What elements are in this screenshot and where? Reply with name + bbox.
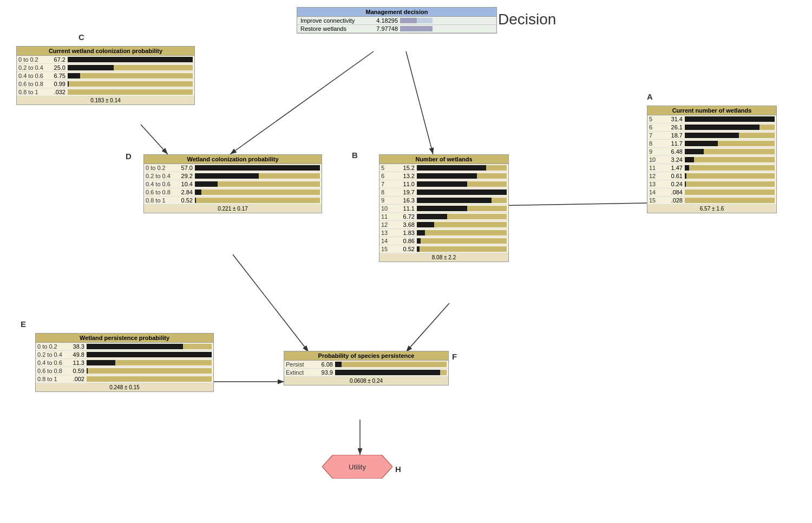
node-d-row-0: 0 to 0.2 57.0 (144, 164, 322, 172)
node-c-box: Current wetland colonization probability… (16, 46, 195, 105)
decision-bar-fill-1 (400, 18, 417, 23)
decision-row-value-1: 4.18295 (371, 17, 398, 24)
node-a-label: A (647, 92, 653, 101)
node-b-header: Number of wetlands (379, 155, 508, 164)
node-c-row-0: 0 to 0.2 67.2 (17, 56, 194, 64)
node-c-row-1: 0.2 to 0.4 25.0 (17, 64, 194, 72)
node-b-box: Number of wetlands 5 15.2 6 13.2 7 11.0 … (379, 154, 509, 262)
node-b-footer: 8.08 ± 2.2 (379, 253, 508, 262)
node-c-row-2: 0.4 to 0.6 6.75 (17, 72, 194, 80)
node-f-footer: 0.0608 ± 0.24 (284, 377, 448, 385)
decision-bar-1 (400, 18, 433, 23)
node-b-label: B (352, 151, 358, 160)
node-d-label: D (126, 152, 132, 161)
node-e-footer: 0.248 ± 0.15 (36, 383, 213, 391)
node-c-label: C (78, 32, 84, 42)
decision-bar-2 (400, 26, 433, 31)
node-d-box: Wetland colonization probability 0 to 0.… (143, 154, 322, 213)
node-c-footer: 0.183 ± 0.14 (17, 96, 194, 104)
svg-line-5 (233, 254, 309, 352)
svg-line-3 (141, 125, 168, 154)
decision-row-value-2: 7.97748 (371, 25, 398, 32)
node-d-row-3: 0.6 to 0.8 2.84 (144, 188, 322, 197)
node-a-footer: 6.57 ± 1.6 (647, 205, 776, 213)
node-e-box: Wetland persistence probability 0 to 0.2… (35, 333, 214, 392)
node-f-header: Probability of species persistence (284, 351, 448, 361)
utility-shape: Utility (322, 455, 392, 479)
decision-row-label-2: Restore wetlands (300, 25, 371, 32)
decision-table-row-2: Restore wetlands 7.97748 (297, 25, 496, 33)
svg-line-1 (230, 51, 374, 154)
node-f-box: Probability of species persistence Persi… (284, 351, 449, 385)
svg-line-4 (490, 203, 647, 206)
node-c-row-4: 0.8 to 1 .032 (17, 88, 194, 96)
decision-table-row-1: Improve connectivity 4.18295 (297, 17, 496, 25)
decision-table: Management decision Improve connectivity… (297, 7, 497, 34)
decision-label: Decision (498, 11, 556, 28)
decision-bar-fill-2 (400, 26, 433, 31)
node-a-box: Current number of wetlands 5 31.4 6 26.1… (647, 106, 777, 213)
node-e-header: Wetland persistence probability (36, 334, 213, 343)
node-d-header: Wetland colonization probability (144, 155, 322, 164)
decision-row-label-1: Improve connectivity (300, 17, 371, 24)
decision-table-header: Management decision (297, 8, 496, 17)
node-c-header: Current wetland colonization probability (17, 47, 194, 56)
svg-line-6 (406, 303, 449, 352)
svg-line-2 (406, 51, 433, 154)
node-d-row-1: 0.2 to 0.4 29.2 (144, 172, 322, 180)
node-c-row-3: 0.6 to 0.8 0.99 (17, 80, 194, 88)
node-f-label: F (452, 352, 457, 361)
node-d-footer: 0.221 ± 0.17 (144, 205, 322, 213)
node-d-row-4: 0.8 to 1 0.52 (144, 197, 322, 205)
node-e-label: E (21, 319, 26, 329)
node-d-row-2: 0.4 to 0.6 10.4 (144, 180, 322, 188)
node-a-header: Current number of wetlands (647, 106, 776, 115)
node-h-label: H (395, 465, 401, 474)
svg-text:Utility: Utility (349, 463, 366, 471)
